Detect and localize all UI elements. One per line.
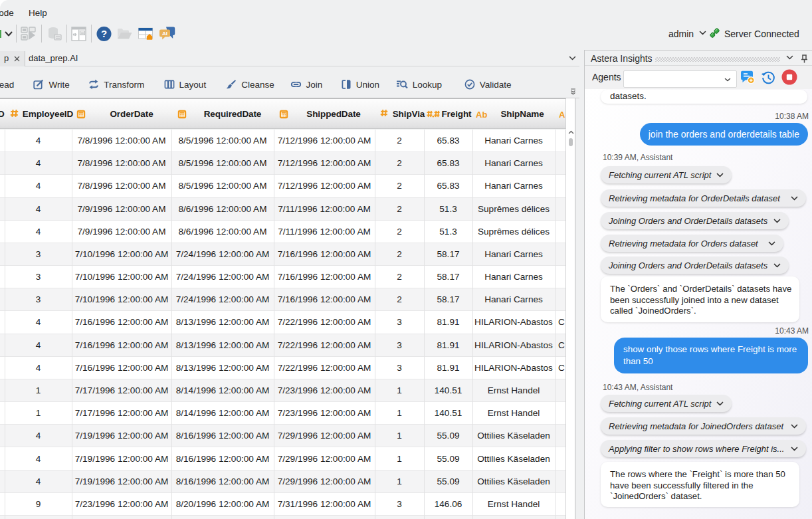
svg-text:AI: AI xyxy=(162,31,167,37)
svg-text:?: ? xyxy=(101,28,107,39)
